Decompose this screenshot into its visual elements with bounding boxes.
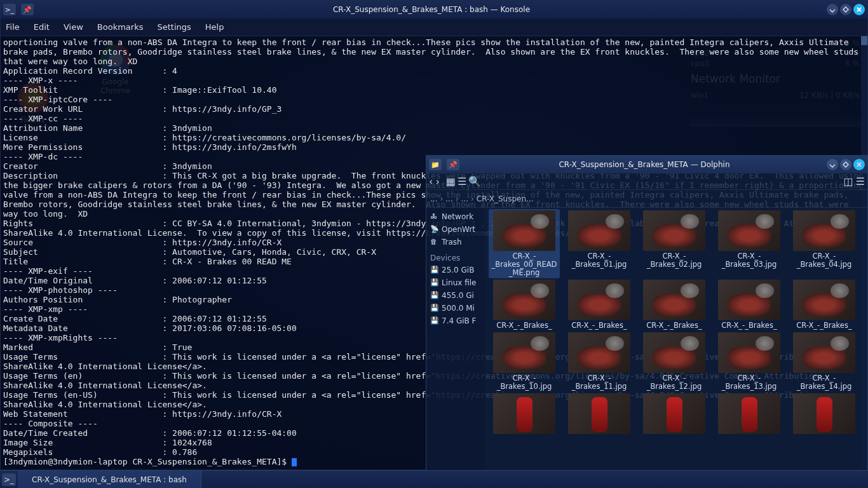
icons-view-button[interactable]: ▦ xyxy=(446,175,456,187)
file-item[interactable]: CR-X_-_Brakes_ xyxy=(714,278,785,331)
breadcrumb-segment[interactable]: ... xyxy=(445,194,452,203)
file-item[interactable]: CR-X_-_Brakes_12.jpg xyxy=(639,331,710,392)
breadcrumb-segment[interactable]: ... xyxy=(461,194,468,203)
file-label: CR-X_-_Brakes_01.jpg xyxy=(565,252,634,269)
close-button[interactable] xyxy=(853,4,865,15)
file-label: CR-X_-_Brakes_ xyxy=(646,322,702,330)
file-thumbnail xyxy=(793,393,855,434)
file-item[interactable] xyxy=(489,392,560,437)
file-thumbnail xyxy=(493,280,555,320)
split-button[interactable]: ◫ xyxy=(844,175,853,187)
konsole-titlebar[interactable]: >_ 📌 CR-X_Suspension_&_Brakes_META : bas… xyxy=(1,1,867,18)
maximize-button[interactable] xyxy=(840,4,851,15)
menu-view[interactable]: View xyxy=(64,22,83,32)
router-icon: 📡 xyxy=(430,225,439,234)
maximize-button[interactable] xyxy=(840,159,851,170)
sidebar-item-disk[interactable]: 💾455.0 Gi xyxy=(428,289,484,302)
breadcrumb[interactable]: ...› ...› ...› CR-X_Suspen... xyxy=(426,190,867,208)
file-label: CR-X_-_Brakes_14.jpg xyxy=(790,374,858,391)
file-item[interactable]: CR-X_-_Brakes_01.jpg xyxy=(564,209,635,278)
menu-button[interactable]: ☰ xyxy=(856,175,865,187)
file-thumbnail xyxy=(643,332,705,373)
file-label: CR-X_-_Brakes_11.jpg xyxy=(565,374,634,391)
disk-icon: 💾 xyxy=(430,266,439,274)
sidebar-item-disk[interactable]: 💾25.0 GiB xyxy=(428,264,484,276)
terminal-icon[interactable]: >_ xyxy=(2,473,16,486)
file-thumbnail xyxy=(718,332,780,373)
file-label: CR-X_-_Brakes_ xyxy=(496,322,552,330)
sidebar-item-disk[interactable]: 💾Linux file xyxy=(428,276,484,289)
menu-bookmarks[interactable]: Bookmarks xyxy=(97,22,144,32)
menu-edit[interactable]: Edit xyxy=(34,22,50,32)
pin-icon[interactable]: 📌 xyxy=(21,4,34,15)
sidebar-item-trash[interactable]: 🗑Trash xyxy=(428,236,484,248)
file-item[interactable]: CR-X_-_Brakes_00_READ_ME.png xyxy=(489,209,560,278)
file-item[interactable]: CR-X_-_Brakes_13.jpg xyxy=(714,331,785,392)
disk-icon: 💾 xyxy=(430,278,439,287)
details-view-button[interactable]: ☰ xyxy=(458,175,466,187)
sidebar-section-devices: Devices xyxy=(428,248,484,264)
file-thumbnail xyxy=(793,332,855,373)
scrollbar-thumb[interactable] xyxy=(861,36,867,45)
file-label: CR-X_-_Brakes_02.jpg xyxy=(640,252,709,269)
file-item[interactable] xyxy=(714,392,785,437)
sidebar-item-openwrt[interactable]: 📡OpenWrt xyxy=(428,223,484,236)
menu-help[interactable]: Help xyxy=(205,22,224,32)
sidebar-item-disk[interactable]: 💾500.0 Mi xyxy=(428,302,484,315)
file-item[interactable]: CR-X_-_Brakes_ xyxy=(489,278,560,331)
dolphin-toolbar: ‹ › ▦ ☰ 🔍 ◫ ☰ xyxy=(426,173,867,190)
file-thumbnail xyxy=(493,393,555,434)
file-label: CR-X_-_Brakes_10.jpg xyxy=(490,374,559,391)
file-item[interactable]: CR-X_-_Brakes_10.jpg xyxy=(489,331,560,392)
file-item[interactable]: CR-X_-_Brakes_14.jpg xyxy=(789,331,860,392)
breadcrumb-segment[interactable]: ... xyxy=(430,194,437,203)
file-item[interactable]: CR-X_-_Brakes_03.jpg xyxy=(714,209,785,278)
terminal-icon[interactable]: >_ xyxy=(3,4,16,15)
pin-icon[interactable]: 📌 xyxy=(447,159,459,170)
file-item[interactable]: CR-X_-_Brakes_04.jpg xyxy=(789,209,860,278)
file-label: CR-X_-_Brakes_ xyxy=(796,322,851,330)
menu-file[interactable]: File xyxy=(6,22,20,32)
file-item[interactable] xyxy=(639,392,710,437)
file-thumbnail xyxy=(793,210,855,251)
file-item[interactable] xyxy=(564,392,635,437)
disk-icon: 💾 xyxy=(430,291,439,300)
file-thumbnail xyxy=(793,280,855,320)
file-item[interactable]: CR-X_-_Brakes_ xyxy=(789,278,860,331)
file-item[interactable]: CR-X_-_Brakes_11.jpg xyxy=(564,331,635,392)
file-item[interactable] xyxy=(789,392,860,437)
file-label: CR-X_-_Brakes_ xyxy=(721,322,776,330)
forward-button[interactable]: › xyxy=(435,175,439,187)
back-button[interactable]: ‹ xyxy=(429,175,433,187)
window-title: CR-X_Suspension_&_Brakes_META : bash — K… xyxy=(36,5,827,14)
sidebar-item-network[interactable]: 🖧Network xyxy=(428,210,484,223)
file-item[interactable]: CR-X_-_Brakes_02.jpg xyxy=(639,209,710,278)
folder-icon[interactable]: 📁 xyxy=(429,159,442,170)
file-thumbnail xyxy=(643,280,705,320)
sidebar-item-disk[interactable]: 💾7.4 GiB F xyxy=(428,315,484,327)
file-label: CR-X_-_Brakes_00_READ_ME.png xyxy=(490,252,559,277)
dolphin-titlebar[interactable]: 📁 📌 CR-X_Suspension_&_Brakes_META — Dolp… xyxy=(426,156,867,173)
file-label: CR-X_-_Brakes_12.jpg xyxy=(640,374,709,391)
file-thumbnail xyxy=(568,210,630,251)
minimize-button[interactable] xyxy=(827,159,838,170)
trash-icon: 🗑 xyxy=(430,238,439,247)
close-button[interactable] xyxy=(853,159,865,170)
file-label: CR-X_-_Brakes_04.jpg xyxy=(790,252,858,269)
breadcrumb-segment[interactable]: CR-X_Suspen... xyxy=(477,194,534,203)
taskbar-task-konsole[interactable]: CR-X_Suspension_&_Brakes_META : bash xyxy=(18,471,201,489)
dolphin-sidebar: 🖧Network 📡OpenWrt 🗑Trash Devices 💾25.0 G… xyxy=(426,208,485,471)
file-grid[interactable]: CR-X_-_Brakes_00_READ_ME.pngCR-X_-_Brake… xyxy=(485,208,867,471)
file-thumbnail xyxy=(493,210,555,251)
network-icon: 🖧 xyxy=(430,212,439,221)
disk-icon: 💾 xyxy=(430,316,439,325)
file-thumbnail xyxy=(568,332,630,373)
search-button[interactable]: 🔍 xyxy=(468,175,481,187)
file-item[interactable]: CR-X_-_Brakes_ xyxy=(639,278,710,331)
window-title: CR-X_Suspension_&_Brakes_META — Dolphin xyxy=(462,160,827,169)
dolphin-window: 📁 📌 CR-X_Suspension_&_Brakes_META — Dolp… xyxy=(426,155,868,471)
disk-icon: 💾 xyxy=(430,304,439,313)
minimize-button[interactable] xyxy=(827,4,838,15)
file-item[interactable]: CR-X_-_Brakes_ xyxy=(564,278,635,331)
menu-settings[interactable]: Settings xyxy=(157,22,191,32)
